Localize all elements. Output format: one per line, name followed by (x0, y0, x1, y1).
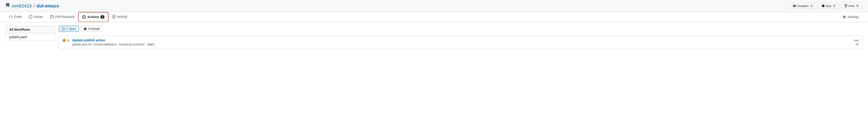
repo-title: mmk2410 / dot-emacs (5, 3, 59, 9)
unwatch-button[interactable]: Unwatch 1 (790, 3, 817, 9)
run-duration: 0s (856, 43, 859, 46)
sidebar: All Workflows publish.yaml (5, 26, 55, 41)
run-title[interactable]: Update publish action (72, 38, 155, 42)
unwatch-icon (793, 4, 796, 8)
open-circle-icon (62, 27, 65, 30)
repo-actions: Unwatch 1 Star 0 Fork 0 (790, 3, 863, 9)
filter-bar: 1 Open 3 Closed (59, 26, 863, 32)
repo-separator: / (33, 3, 35, 8)
tab-pull-requests-label: Pull Requests (55, 15, 74, 19)
closed-circle-icon (84, 27, 87, 30)
star-icon (822, 4, 825, 8)
person-icon (67, 39, 70, 42)
nav-tabs: Code Issues Pull Requests Actions 1 (0, 12, 868, 22)
issues-icon (29, 15, 32, 19)
tab-issues[interactable]: Issues (25, 12, 46, 22)
settings-icon (842, 15, 846, 19)
status-yellow-icon (63, 39, 66, 42)
star-count: 0 (832, 4, 837, 8)
filter-closed-button[interactable]: 3 Closed (81, 26, 103, 32)
run-meta-text: publish.yaml #4 · Commit eb6f4efa7c · Pu… (72, 43, 145, 46)
filter-open-button[interactable]: 1 Open (59, 26, 79, 32)
run-time: now (854, 39, 859, 42)
tab-activity[interactable]: Activity (108, 12, 131, 22)
sidebar-item-publish-yaml[interactable]: publish.yaml (6, 33, 55, 41)
nav-tabs-left: Code Issues Pull Requests Actions 1 (5, 12, 131, 22)
fork-label: Fork (848, 4, 855, 8)
tab-code[interactable]: Code (5, 12, 25, 22)
tab-actions-badge: 1 (100, 15, 105, 19)
star-button[interactable]: Star 0 (818, 3, 839, 9)
repo-icon (5, 3, 10, 9)
run-left: Update publish action publish.yaml #4 · … (63, 38, 155, 46)
run-meta: publish.yaml #4 · Commit eb6f4efa7c · Pu… (72, 43, 155, 46)
settings-link[interactable]: Settings (839, 12, 863, 22)
tab-actions[interactable]: Actions 1 (78, 12, 108, 22)
repo-owner-link[interactable]: mmk2410 (12, 3, 32, 8)
content-area: 1 Open 3 Closed (59, 26, 863, 86)
actions-icon (82, 15, 86, 19)
tab-actions-label: Actions (87, 15, 99, 19)
fork-icon (844, 4, 848, 8)
fork-count: 0 (855, 4, 860, 8)
sidebar-item-all-workflows[interactable]: All Workflows (6, 26, 55, 33)
tab-pull-requests[interactable]: Pull Requests (46, 12, 78, 22)
run-status-icons (63, 39, 70, 42)
settings-label: Settings (847, 15, 859, 19)
repo-name-link[interactable]: dot-emacs (36, 3, 59, 8)
tab-activity-label: Activity (117, 15, 127, 19)
table-row: Update publish action publish.yaml #4 · … (59, 36, 862, 49)
top-bar: mmk2410 / dot-emacs Unwatch 1 Star 0 For… (0, 0, 868, 12)
run-right: now 0s (854, 39, 859, 46)
tab-code-label: Code (14, 15, 22, 19)
activity-icon (112, 15, 116, 19)
main-content: All Workflows publish.yaml 1 Open 3 Clos… (0, 22, 868, 90)
filter-closed-label: 3 Closed (88, 27, 100, 30)
tab-issues-label: Issues (34, 15, 43, 19)
filter-open-label: 1 Open (66, 27, 76, 30)
fork-button[interactable]: Fork 0 (841, 3, 863, 9)
run-list: Update publish action publish.yaml #4 · … (59, 35, 863, 49)
pull-requests-icon (50, 15, 54, 19)
code-icon (9, 15, 13, 19)
star-label: Star (826, 4, 831, 8)
unwatch-count: 1 (809, 4, 814, 8)
run-branch-badge: main (146, 43, 155, 46)
unwatch-label: Unwatch (797, 4, 809, 8)
run-info: Update publish action publish.yaml #4 · … (72, 38, 155, 46)
